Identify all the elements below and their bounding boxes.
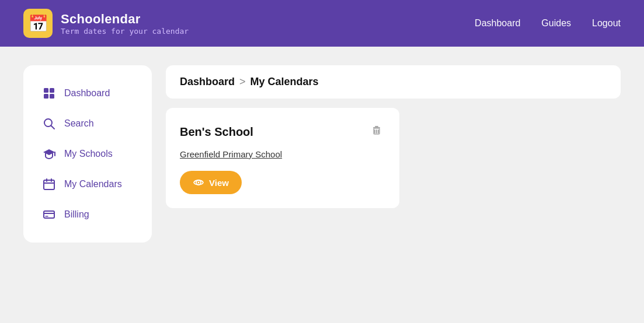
view-calendar-button[interactable]: View xyxy=(180,171,242,194)
app-logo: 📅 xyxy=(23,9,53,38)
nav-logout[interactable]: Logout xyxy=(592,18,621,29)
svg-point-22 xyxy=(198,182,200,184)
app-tagline: Term dates for your calendar xyxy=(61,27,189,36)
search-icon xyxy=(42,117,56,131)
sidebar: Dashboard Search My Schools xyxy=(23,65,152,243)
calendar-icon xyxy=(42,177,56,191)
svg-rect-17 xyxy=(378,129,379,134)
breadcrumb: Dashboard > My Calendars xyxy=(166,65,621,99)
school-link[interactable]: Greenfield Primary School xyxy=(180,149,385,159)
sidebar-label-billing: Billing xyxy=(64,209,89,220)
header-navigation: Dashboard Guides Logout xyxy=(475,18,621,29)
sidebar-item-my-schools[interactable]: My Schools xyxy=(33,140,142,168)
brand: 📅 Schoolendar Term dates for your calend… xyxy=(23,9,189,38)
app-header: 📅 Schoolendar Term dates for your calend… xyxy=(0,0,644,47)
sidebar-item-search[interactable]: Search xyxy=(33,110,142,138)
sidebar-item-dashboard[interactable]: Dashboard xyxy=(33,79,142,107)
nav-dashboard[interactable]: Dashboard xyxy=(475,18,520,29)
brand-text: Schoolendar Term dates for your calendar xyxy=(61,12,189,36)
calendar-card: Ben's School Greenfield Primary School xyxy=(166,108,399,208)
graduation-icon xyxy=(42,147,56,161)
view-icon xyxy=(193,177,204,188)
content-area: Dashboard > My Calendars Ben's School xyxy=(166,65,621,243)
grid-icon xyxy=(42,86,56,100)
svg-rect-2 xyxy=(44,94,48,99)
breadcrumb-current: My Calendars xyxy=(250,76,319,88)
calendar-card-header: Ben's School xyxy=(180,122,385,142)
sidebar-item-my-calendars[interactable]: My Calendars xyxy=(33,170,142,198)
breadcrumb-separator: > xyxy=(239,76,246,88)
svg-rect-15 xyxy=(374,129,375,134)
svg-rect-1 xyxy=(50,88,54,93)
calendar-title: Ben's School xyxy=(180,125,253,139)
main-layout: Dashboard Search My Schools xyxy=(0,47,644,261)
sidebar-label-dashboard: Dashboard xyxy=(64,88,110,99)
delete-calendar-button[interactable] xyxy=(368,122,385,142)
logo-icon: 📅 xyxy=(28,14,48,33)
view-button-label: View xyxy=(209,178,229,188)
sidebar-label-my-calendars: My Calendars xyxy=(64,179,122,189)
nav-guides[interactable]: Guides xyxy=(541,18,571,29)
svg-rect-19 xyxy=(375,126,378,127)
sidebar-label-search: Search xyxy=(64,118,94,129)
sidebar-label-my-schools: My Schools xyxy=(64,149,113,159)
svg-line-5 xyxy=(51,126,55,129)
svg-rect-8 xyxy=(44,180,54,189)
app-name: Schoolendar xyxy=(61,12,189,27)
credit-card-icon xyxy=(42,208,56,222)
svg-rect-16 xyxy=(376,129,377,134)
svg-rect-12 xyxy=(44,211,54,218)
breadcrumb-home: Dashboard xyxy=(180,76,235,88)
trash-icon xyxy=(370,124,383,137)
svg-rect-3 xyxy=(50,94,54,99)
svg-rect-0 xyxy=(44,88,48,93)
sidebar-item-billing[interactable]: Billing xyxy=(33,201,142,229)
